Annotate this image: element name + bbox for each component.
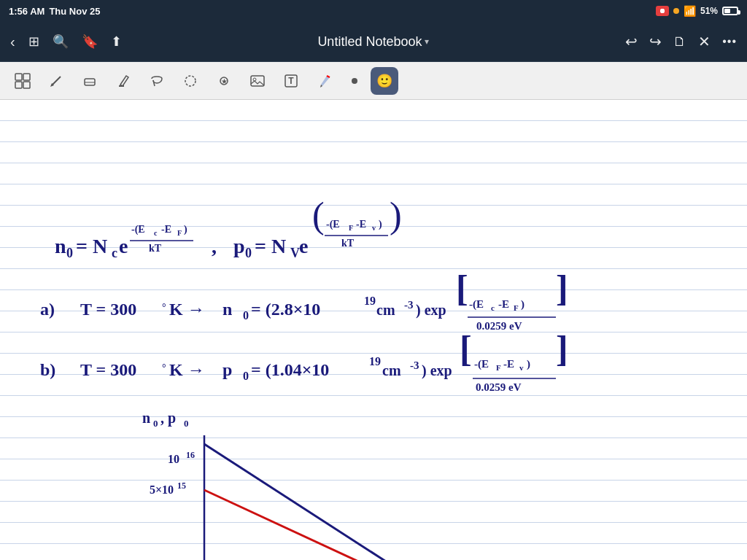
title-left: ‹ ⊞ 🔍 🔖 ⬆ [10,34,122,50]
record-icon: ⏺ [656,6,669,16]
image-tool[interactable] [244,67,271,95]
battery-percent: 51% [700,6,718,16]
battery-icon [722,7,738,15]
svg-text:★: ★ [221,77,228,85]
svg-point-9 [185,76,196,86]
undo-button[interactable]: ↩ [625,33,638,50]
close-button[interactable]: ✕ [698,33,711,50]
redo-button[interactable]: ↪ [649,33,662,50]
svg-rect-12 [251,76,264,86]
notebook-area: n 0 = N c e -(E c -E F ) kT , p 0 = N V … [0,100,747,560]
notebook-lines [0,100,747,560]
lasso-tool[interactable] [143,67,171,95]
back-button[interactable]: ‹ [10,34,15,50]
svg-line-4 [52,77,61,85]
svg-line-8 [153,80,155,86]
grid-button[interactable]: ⊞ [28,34,39,50]
title-chevron[interactable]: ▾ [425,36,429,47]
shapes-tool[interactable] [177,67,204,95]
date: Thu Nov 25 [49,6,100,17]
add-page-button[interactable]: 🗋 [673,34,686,50]
share-button[interactable]: ⬆ [111,34,122,50]
title-center: Untitled Notebook ▾ [317,34,429,50]
svg-rect-1 [23,74,30,80]
smiley-tool[interactable]: 🙂 [371,67,398,95]
star-tool[interactable]: ★ [210,67,238,95]
search-button[interactable]: 🔍 [53,34,69,50]
title-right: ↩ ↪ 🗋 ✕ ••• [625,33,737,50]
title-bar: ‹ ⊞ 🔍 🔖 ⬆ Untitled Notebook ▾ ↩ ↪ 🗋 ✕ ••… [0,22,747,62]
bookmark-button[interactable]: 🔖 [82,34,98,50]
svg-text:T: T [288,76,294,86]
more-button[interactable]: ••• [722,35,737,48]
status-right: ⏺ 📶 51% [656,5,738,17]
eraser-tool[interactable] [76,67,104,95]
time: 1:56 AM [9,6,44,17]
svg-rect-0 [15,74,22,80]
wifi-icon: 📶 [684,5,696,17]
toolbar: ★ T 🙂 [0,62,747,100]
color-dot[interactable] [352,78,357,84]
orange-dot [673,8,679,14]
status-left: 1:56 AM Thu Nov 25 [9,6,100,17]
pen-tool[interactable] [42,67,70,95]
text-tool[interactable]: T [277,67,305,95]
marker-tool[interactable] [311,67,338,95]
highlighter-tool[interactable] [109,67,137,95]
notebook-title: Untitled Notebook [317,34,422,50]
sections-tool[interactable] [9,67,36,95]
svg-rect-3 [23,82,30,88]
status-bar: 1:56 AM Thu Nov 25 ⏺ 📶 51% [0,0,747,22]
svg-rect-2 [15,82,22,88]
